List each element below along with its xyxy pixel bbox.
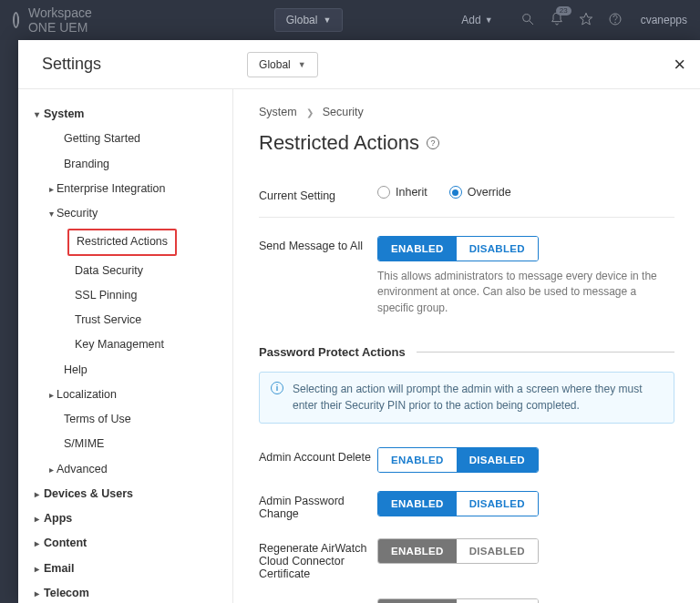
sidebar-item-restricted-actions[interactable]: Restricted Actions (27, 226, 223, 258)
chevron-right-icon: ▸ (29, 486, 44, 502)
chevron-down-icon: ▼ (298, 60, 306, 69)
scope-dropdown[interactable]: Global ▼ (247, 52, 318, 77)
org-group-label: Global (286, 14, 318, 26)
sidebar-item-getting-started[interactable]: Getting Started (27, 127, 223, 151)
scope-label: Global (259, 58, 291, 71)
setting-label: Admin Password Change (259, 491, 377, 520)
breadcrumb-item[interactable]: System (259, 106, 297, 118)
content-pane: System ❯ Security Restricted Actions ? C… (233, 89, 700, 603)
chevron-right-icon: ▸ (29, 586, 44, 601)
sidebar-item-apps[interactable]: ▸Apps (27, 506, 223, 531)
chevron-right-icon: ▸ (44, 462, 58, 477)
section-title: Password Protect Actions (259, 345, 406, 359)
breadcrumb: System ❯ Security (259, 106, 674, 118)
sidebar-item-label: Email (44, 559, 74, 578)
sidebar-item-help[interactable]: Help (27, 358, 223, 383)
regenerate-cert-toggle[interactable]: ENABLED DISABLED (377, 538, 539, 564)
sidebar-item-label: SSL Pinning (75, 286, 137, 305)
setting-label: Current Setting (259, 186, 377, 202)
sidebar-item-trust-service[interactable]: Trust Service (27, 308, 223, 332)
admin-account-delete-toggle[interactable]: ENABLED DISABLED (377, 447, 539, 473)
sidebar-item-label: S/MIME (64, 434, 104, 454)
sidebar-item-content[interactable]: ▸Content (27, 531, 223, 556)
add-label: Add (461, 14, 480, 26)
sidebar-item-branding[interactable]: Branding (27, 152, 223, 177)
svg-point-0 (522, 14, 530, 21)
sidebar-item-label: Localization (57, 385, 117, 404)
sidebar-item-email[interactable]: ▸Email (27, 557, 223, 581)
sidebar-item-label: Data Security (75, 261, 143, 281)
sidebar-item-label: Advanced (57, 460, 108, 479)
user-menu[interactable]: cvanepps (641, 14, 687, 26)
sidebar-item-label: Enterprise Integration (57, 179, 166, 199)
sidebar-item-enterprise-integration[interactable]: ▸Enterprise Integration (27, 177, 223, 201)
chevron-right-icon: ▸ (29, 511, 44, 526)
divider (417, 352, 674, 353)
send-message-toggle[interactable]: ENABLED DISABLED (377, 236, 539, 261)
setting-label: Send Message to All (259, 236, 377, 252)
radio-inherit[interactable]: Inherit (377, 186, 427, 199)
divider (259, 217, 674, 218)
chevron-right-icon: ▸ (44, 181, 58, 197)
toggle-enabled: ENABLED (378, 599, 457, 603)
notifications-icon[interactable]: 23 (550, 12, 564, 29)
app-bar: Workspace ONE UEM Global ▼ Add ▼ 23 cvan… (0, 0, 700, 40)
radio-label: Inherit (396, 186, 427, 199)
setting-label: Admin Account Delete (259, 447, 377, 464)
chevron-right-icon: ▸ (29, 536, 44, 551)
sidebar-item-label: Telecom (44, 584, 89, 603)
chevron-down-icon: ▾ (44, 206, 58, 221)
help-icon[interactable]: ? (427, 137, 439, 149)
page-title-text: Restricted Actions (259, 131, 419, 155)
star-icon[interactable] (579, 12, 593, 29)
chevron-right-icon: ▸ (29, 561, 44, 577)
sidebar-item-label: Apps (44, 509, 72, 528)
toggle-disabled: DISABLED (457, 492, 538, 516)
apns-cert-toggle[interactable]: ENABLED DISABLED (377, 598, 539, 603)
search-icon[interactable] (520, 12, 535, 29)
info-text: Selecting an action will prompt the admi… (293, 382, 663, 414)
info-icon: i (271, 382, 283, 394)
radio-icon (449, 186, 462, 199)
section-header: Password Protect Actions (259, 345, 674, 359)
sidebar-item-data-security[interactable]: Data Security (27, 259, 223, 283)
notifications-badge: 23 (556, 6, 571, 15)
org-group-selector[interactable]: Global ▼ (274, 8, 344, 32)
sidebar-item-label: Restricted Actions (67, 229, 177, 255)
help-icon[interactable] (608, 12, 623, 29)
toggle-enabled: ENABLED (378, 237, 457, 261)
setting-description: This allows administrators to message ev… (377, 269, 669, 316)
sidebar-item-label: Terms of Use (64, 410, 131, 429)
sidebar-item-label: Help (64, 361, 88, 380)
toggle-enabled: ENABLED (378, 448, 457, 472)
sidebar-item-devices-users[interactable]: ▸Devices & Users (27, 482, 223, 506)
send-message-row: Send Message to All ENABLED DISABLED Thi… (259, 227, 674, 325)
toggle-enabled: ENABLED (378, 492, 457, 516)
sidebar-item-localization[interactable]: ▸Localization (27, 383, 223, 407)
sidebar-item-key-management[interactable]: Key Management (27, 332, 223, 357)
modal-title: Settings (42, 55, 101, 74)
sidebar-item-advanced[interactable]: ▸Advanced (27, 457, 223, 482)
sidebar-item-security[interactable]: ▾Security (27, 201, 223, 226)
sidebar-item-telecom[interactable]: ▸Telecom (27, 581, 223, 603)
radio-icon (377, 186, 390, 199)
admin-account-delete-row: Admin Account Delete ENABLED DISABLED (259, 438, 674, 482)
radio-override[interactable]: Override (449, 186, 511, 199)
chevron-down-icon: ▼ (323, 15, 331, 25)
setting-label: APNs Certificate Change (259, 598, 377, 603)
chevron-down-icon: ▾ (29, 107, 44, 122)
regenerate-cert-row: Regenerate AirWatch Cloud Connector Cert… (259, 529, 674, 589)
breadcrumb-item[interactable]: Security (323, 106, 364, 118)
apns-cert-row: APNs Certificate Change ENABLED DISABLED (259, 589, 674, 603)
admin-password-change-toggle[interactable]: ENABLED DISABLED (377, 491, 539, 516)
toggle-disabled: DISABLED (457, 448, 538, 472)
add-menu[interactable]: Add ▼ (461, 14, 492, 26)
sidebar-item-ssl-pinning[interactable]: SSL Pinning (27, 283, 223, 308)
close-icon[interactable]: × (674, 55, 685, 75)
sidebar-item-label: System (44, 105, 84, 124)
toggle-disabled: DISABLED (457, 539, 538, 563)
sidebar-item-terms[interactable]: Terms of Use (27, 407, 223, 432)
setting-label: Regenerate AirWatch Cloud Connector Cert… (259, 538, 377, 580)
sidebar-item-smime[interactable]: S/MIME (27, 432, 223, 456)
sidebar-item-system[interactable]: ▾System (27, 102, 223, 127)
